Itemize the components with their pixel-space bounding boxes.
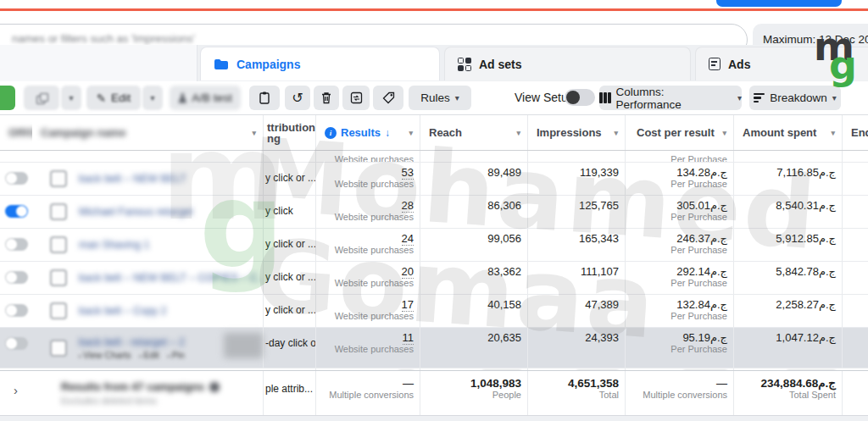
duplicate-caret-button[interactable]: ▾ (61, 86, 81, 110)
column-header-spent[interactable]: Amount spent ▾ (733, 115, 842, 150)
campaign-name-link[interactable]: back belt – NEW BELT (79, 173, 186, 185)
table-row[interactable]: back belt – NEW BELT – COPIES – C... y c… (0, 262, 868, 295)
results-value[interactable]: 20 (402, 265, 414, 279)
duplicate-button[interactable] (24, 86, 59, 110)
attribution-cell: y click or ... (263, 295, 315, 327)
column-header-results[interactable]: i Results ↓ ▾ (315, 115, 420, 150)
chevron-right-icon[interactable]: › (14, 383, 18, 397)
column-header-attribution[interactable]: ttribution ng (263, 115, 315, 150)
results-cell: 11 Website purchases (315, 328, 420, 368)
ends-cell (842, 196, 868, 228)
toolbar: ▾ ✎ Edit ▾ A/B test ↺ Rules ▾ View Setup… (0, 81, 868, 114)
create-button[interactable] (0, 86, 15, 110)
left-pane[interactable]: ance centre (0, 45, 198, 81)
summary-ends-cell (842, 371, 868, 415)
campaign-name-link[interactable]: back belt – Copy 2 (79, 305, 167, 317)
summary-reach-cell: 1,048,983 People (420, 371, 527, 415)
tab-ads[interactable]: Ads (695, 47, 868, 80)
row-toggle[interactable] (5, 337, 28, 350)
toggle-cell (0, 295, 32, 327)
tab-label: Ad sets (479, 58, 522, 71)
edit-button[interactable]: ✎ Edit (86, 86, 141, 110)
column-header-campaign[interactable]: Campaign name ▾ (32, 115, 263, 150)
row-checkbox[interactable] (50, 236, 67, 253)
table-row[interactable]: man Shaving 1 y click or ... 24 Website … (0, 229, 868, 262)
column-header-toggle[interactable]: Off/On (0, 115, 32, 150)
reach-cell: 89,489 (420, 163, 527, 195)
caret-down-icon: ▾ (722, 129, 726, 137)
cost-type: Per Purchase (626, 278, 727, 289)
column-header-impressions[interactable]: Impressions ▾ (527, 115, 625, 150)
column-header-cost[interactable]: Cost per result ▾ (625, 115, 733, 150)
results-value[interactable]: 24 (402, 232, 414, 246)
tab-campaigns[interactable]: Campaigns (200, 47, 440, 80)
row-checkbox[interactable] (50, 302, 67, 319)
table-row[interactable]: back belt – NEW BELT y click or ... 53 W… (0, 163, 868, 196)
spent-cell: 1,047.12ج.م (733, 328, 842, 368)
row-toggle[interactable] (5, 172, 28, 185)
row-checkbox[interactable] (50, 203, 67, 220)
search-row: names or filters such as 'Impressions' M… (0, 11, 868, 45)
results-type: Website purchases (316, 344, 414, 355)
campaign-name-link[interactable]: back belt - retarget – 2 (79, 336, 185, 348)
columns-label: Columns: Performance (616, 86, 732, 111)
edit-caret-button[interactable]: ▾ (142, 86, 163, 110)
folder-icon (214, 58, 229, 70)
results-cell: 53 Website purchases (315, 163, 420, 195)
attribution-cell: y click or ... (263, 163, 315, 195)
column-header-ends[interactable]: Ends (842, 115, 868, 150)
row-toggle[interactable] (5, 304, 28, 317)
caret-down-icon: ▾ (150, 94, 154, 102)
impressions-cell: 111,107 (527, 262, 625, 294)
delete-button[interactable] (314, 86, 339, 110)
view-setup-toggle[interactable] (565, 89, 595, 106)
campaign-name-link[interactable]: Michael Fanous retarget (79, 206, 193, 218)
breakdown-button[interactable]: Breakdown ▾ (749, 86, 841, 110)
results-value[interactable]: 17 (402, 298, 414, 312)
results-value[interactable]: 11 (403, 331, 415, 345)
row-toggle[interactable] (5, 271, 28, 284)
rules-button[interactable]: Rules ▾ (409, 86, 471, 110)
table-row[interactable]: Michael Fanous retarget y click 28 Websi… (0, 196, 868, 229)
rules-label: Rules (420, 91, 450, 104)
undo-icon: ↺ (292, 90, 303, 106)
row-toggle[interactable] (5, 238, 28, 251)
tag-button[interactable] (373, 86, 403, 110)
breakdown-label: Breakdown (770, 91, 827, 104)
caret-down-icon: ▾ (516, 129, 520, 137)
campaign-name-link[interactable]: man Shaving 1 (79, 239, 149, 251)
ends-cell (842, 262, 868, 294)
campaign-cell: back belt – NEW BELT (32, 163, 263, 195)
caret-down-icon: ▾ (252, 129, 256, 137)
results-type: Website purchases (316, 245, 414, 256)
row-checkbox[interactable] (50, 340, 67, 357)
spent-cell: 8,540.31ج.م (733, 196, 842, 228)
row-action-pin[interactable]: Pin (168, 350, 185, 360)
campaign-cell: Michael Fanous retarget (32, 196, 263, 228)
table-row[interactable]: back belt - retarget – 2 View ChartsEdit… (0, 328, 868, 368)
clipboard-button[interactable] (249, 86, 280, 110)
row-checkbox[interactable] (50, 269, 67, 286)
ends-cell (842, 295, 868, 327)
row-action-edit[interactable]: Edit (139, 350, 159, 360)
results-value[interactable]: 28 (402, 199, 414, 213)
toggle-cell (0, 262, 32, 294)
table-row[interactable]: back belt – Copy 2 y click or ... 17 Web… (0, 295, 868, 328)
column-header-reach[interactable]: Reach ▾ (420, 115, 527, 150)
ab-test-button[interactable]: A/B test (170, 86, 241, 110)
row-checkbox[interactable] (50, 170, 67, 187)
columns-button[interactable]: Columns: Performance ▾ (599, 86, 742, 110)
results-value[interactable]: 53 (402, 166, 414, 180)
undo-button[interactable]: ↺ (285, 86, 310, 110)
row-action-view-charts[interactable]: View Charts (79, 350, 131, 360)
campaign-name-link[interactable]: back belt – NEW BELT – COPIES – C... (79, 272, 263, 284)
primary-action-button[interactable] (716, 0, 842, 7)
spent-cell: 5,912.85ج.م (733, 229, 842, 261)
toggle-cell (0, 328, 32, 368)
toggle-knob (566, 91, 580, 104)
export-button[interactable] (342, 86, 370, 110)
tab-ad-sets[interactable]: Ad sets (444, 47, 691, 80)
cost-cell: 132.84ج.م Per Purchase (625, 295, 733, 327)
caret-down-icon: ▾ (831, 129, 835, 137)
row-toggle[interactable] (5, 205, 28, 218)
